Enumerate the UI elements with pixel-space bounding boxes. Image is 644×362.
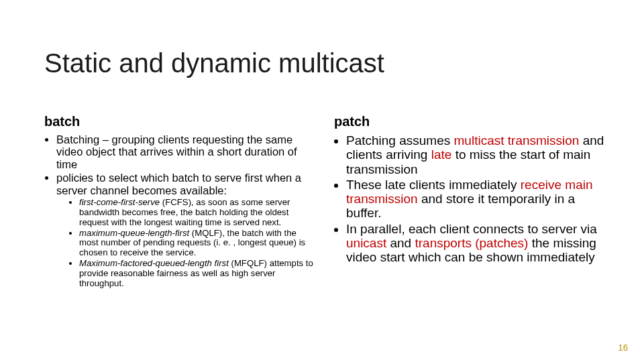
left-item-2: policies to select which batch to serve … — [56, 172, 318, 288]
right-item-2: These late clients immediately receive m… — [346, 178, 608, 221]
r2-a: These late clients immediately — [346, 178, 521, 192]
abbr-fcfs: (FCFS) — [160, 197, 191, 207]
r3-b: and — [386, 236, 415, 250]
left-sublist: first-come-first-serve (FCFS), as soon a… — [56, 198, 318, 288]
r3-a: In parallel, each client connects to ser… — [346, 222, 597, 236]
r3-unicast: unicast — [346, 236, 386, 250]
right-heading: patch — [334, 114, 608, 129]
page-number: 16 — [619, 343, 628, 353]
right-item-3: In parallel, each client connects to ser… — [346, 222, 608, 265]
left-item-1: Batching – grouping clients requesting t… — [56, 133, 318, 170]
slide: Static and dynamic multicast batch Batch… — [0, 0, 644, 362]
term-mfqlf: Maximum-factored-queued-length first — [79, 258, 229, 268]
r3-transports: transports (patches) — [415, 236, 528, 250]
left-list: Batching – grouping clients requesting t… — [44, 133, 318, 288]
term-mqlf: maximum-queue-length-first — [79, 228, 189, 238]
left-sub-3: Maximum-factored-queued-length first (MF… — [79, 259, 318, 288]
right-list: Patching assumes multicast transmission … — [334, 133, 608, 264]
left-sub-2: maximum-queue-length-first (MQLF), the b… — [79, 229, 318, 258]
content-columns: batch Batching – grouping clients reques… — [44, 114, 608, 290]
left-sub-1: first-come-first-serve (FCFS), as soon a… — [79, 198, 318, 227]
left-item-2-text: policies to select which batch to serve … — [56, 172, 301, 196]
term-fcfs: first-come-first-serve — [79, 197, 160, 207]
left-heading: batch — [44, 114, 318, 129]
left-column: batch Batching – grouping clients reques… — [44, 114, 318, 290]
r1-multicast: multicast transmission — [454, 133, 580, 147]
fcfs-oldest: the oldest — [250, 207, 288, 217]
r1-a: Patching assumes — [346, 133, 454, 147]
fcfs-tail: request with the longest waiting time is… — [79, 217, 281, 227]
slide-title: Static and dynamic multicast — [44, 48, 384, 78]
right-item-1: Patching assumes multicast transmission … — [346, 133, 608, 176]
right-column: patch Patching assumes multicast transmi… — [334, 114, 608, 290]
r1-late: late — [431, 147, 452, 162]
